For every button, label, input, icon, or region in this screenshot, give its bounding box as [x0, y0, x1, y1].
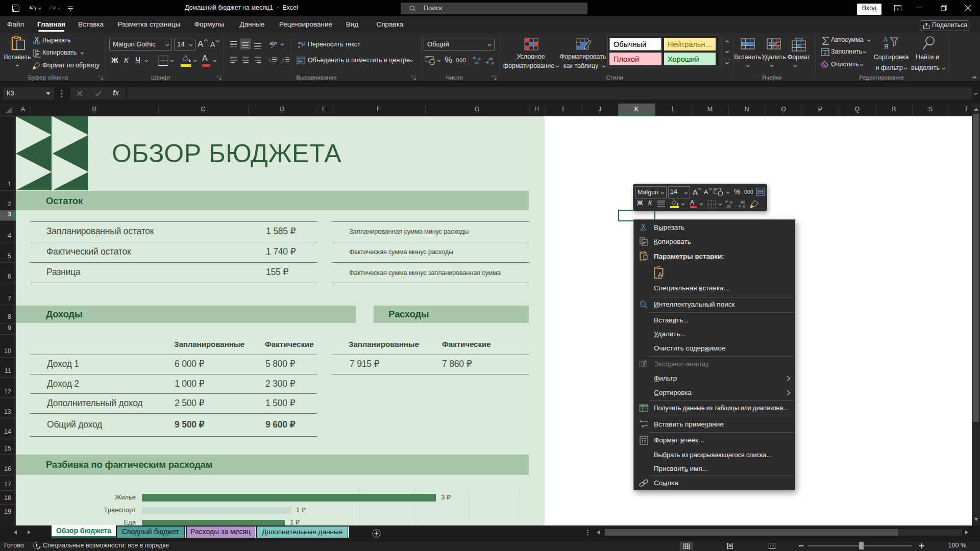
svg-text:,00: ,00: [488, 57, 493, 61]
svg-text:А: А: [884, 36, 888, 43]
svg-text:,00: ,00: [474, 61, 479, 65]
svg-text:,00: ,00: [740, 201, 745, 204]
svg-text:Я: Я: [884, 43, 889, 51]
svg-text:,0: ,0: [491, 61, 494, 65]
svg-text:,0: ,0: [477, 57, 480, 61]
svg-text:c: c: [298, 44, 300, 49]
svg-text:,0: ,0: [742, 205, 745, 208]
svg-text:,00: ,00: [726, 205, 730, 208]
svg-text:,0: ,0: [729, 201, 732, 204]
svg-text:А: А: [658, 271, 663, 279]
